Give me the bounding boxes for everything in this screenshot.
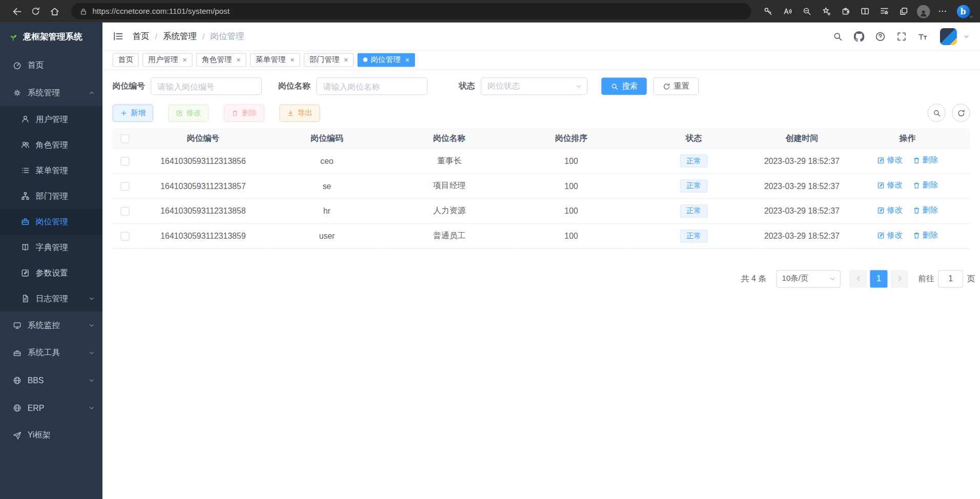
- sidebar-item-param-settings[interactable]: 参数设置: [0, 260, 102, 286]
- breadcrumb-system[interactable]: 系统管理: [163, 31, 197, 42]
- tab-post-management[interactable]: 岗位管理×: [358, 53, 415, 67]
- url-text: https://ccnetcore.com:1101/system/post: [93, 7, 230, 15]
- tab-menu-management[interactable]: 菜单管理×: [250, 53, 300, 67]
- sidebar-item-yi-framework[interactable]: Yi框架: [0, 422, 102, 449]
- browser-menu-button[interactable]: [933, 3, 952, 20]
- tab-role-management[interactable]: 角色管理×: [196, 53, 246, 67]
- sidebar-item-system-management[interactable]: 系统管理: [0, 79, 102, 107]
- tab-home[interactable]: 首页: [113, 53, 139, 67]
- read-aloud-button[interactable]: [778, 3, 797, 20]
- extensions-button[interactable]: [836, 3, 855, 20]
- chevron-down-icon[interactable]: [963, 33, 970, 39]
- sidebar-item-label: 岗位管理: [36, 216, 68, 227]
- search-button[interactable]: 搜索: [601, 77, 647, 95]
- refresh-icon: [31, 6, 41, 16]
- browser-refresh-button[interactable]: [26, 3, 45, 20]
- sidebar-item-dict-management[interactable]: 字典管理: [0, 235, 102, 260]
- close-icon[interactable]: ×: [236, 56, 241, 64]
- row-edit-link[interactable]: 修改: [877, 230, 903, 241]
- help-button[interactable]: [871, 28, 889, 45]
- row-edit-link[interactable]: 修改: [877, 180, 903, 191]
- sidebar-item-system-tools[interactable]: 系统工具: [0, 339, 102, 367]
- globe-icon: [12, 376, 22, 385]
- github-button[interactable]: [850, 28, 867, 45]
- tags-view-bar: 首页 用户管理× 角色管理× 菜单管理× 部门管理× 岗位管理×: [102, 50, 980, 70]
- browser-chrome: https://ccnetcore.com:1101/system/post b: [0, 0, 980, 23]
- goto-page-input[interactable]: [938, 270, 963, 287]
- browser-back-button[interactable]: [8, 3, 27, 20]
- tab-dept-management[interactable]: 部门管理×: [304, 53, 354, 67]
- sidebar-item-post-management[interactable]: 岗位管理: [0, 209, 102, 235]
- browser-home-button[interactable]: [45, 3, 64, 20]
- sidebar-item-dept-management[interactable]: 部门管理: [0, 183, 102, 209]
- add-favorite-button[interactable]: [817, 3, 836, 20]
- breadcrumb-home[interactable]: 首页: [133, 31, 150, 42]
- sidebar-item-erp[interactable]: ERP: [0, 394, 102, 422]
- sidebar-item-role-management[interactable]: 角色管理: [0, 132, 102, 158]
- collections-button[interactable]: [894, 3, 913, 20]
- dictionary-icon: [20, 243, 30, 252]
- refresh-table-button[interactable]: [952, 104, 970, 122]
- sidebar-item-label: 菜单管理: [36, 165, 68, 176]
- close-icon[interactable]: ×: [182, 56, 187, 64]
- close-icon[interactable]: ×: [344, 56, 348, 64]
- row-delete-link[interactable]: 删除: [912, 180, 938, 191]
- status-select[interactable]: 岗位状态: [481, 77, 588, 95]
- collapse-sidebar-button[interactable]: [113, 31, 124, 42]
- sidebar-item-home[interactable]: 首页: [0, 51, 102, 79]
- refresh-icon: [956, 109, 965, 117]
- copilot-button[interactable]: b: [952, 3, 973, 20]
- profile-button[interactable]: [914, 3, 933, 20]
- row-edit-link[interactable]: 修改: [877, 205, 903, 216]
- row-delete-link[interactable]: 删除: [912, 230, 938, 241]
- read-aloud-icon: [782, 6, 793, 16]
- prev-page-button[interactable]: [849, 270, 867, 287]
- edit-icon: [877, 181, 885, 190]
- next-page-button[interactable]: [891, 270, 908, 287]
- sidebar-item-bbs[interactable]: BBS: [0, 366, 102, 394]
- split-screen-button[interactable]: [856, 3, 874, 20]
- favorites-button[interactable]: [875, 3, 894, 20]
- toggle-search-button[interactable]: [928, 104, 946, 122]
- row-checkbox[interactable]: [120, 182, 129, 191]
- export-button[interactable]: 导出: [279, 104, 320, 121]
- reset-button[interactable]: 重置: [653, 77, 699, 95]
- header-actions: [829, 28, 970, 45]
- row-delete-link[interactable]: 删除: [912, 205, 938, 216]
- close-icon[interactable]: ×: [405, 56, 410, 64]
- zoom-button[interactable]: [798, 3, 817, 20]
- select-all-checkbox[interactable]: [120, 134, 129, 143]
- close-icon[interactable]: ×: [290, 56, 295, 64]
- row-checkbox[interactable]: [120, 232, 129, 241]
- header-search-button[interactable]: [829, 28, 846, 45]
- key-icon: [763, 6, 774, 16]
- post-code-input[interactable]: [151, 77, 262, 95]
- page-number-1[interactable]: 1: [870, 270, 887, 287]
- sidebar-item-user-management[interactable]: 用户管理: [0, 106, 102, 132]
- status-label: 状态: [459, 80, 475, 92]
- password-key-button[interactable]: [759, 3, 778, 20]
- row-checkbox[interactable]: [120, 157, 129, 165]
- edit-icon: [877, 206, 885, 215]
- search-icon: [832, 31, 843, 41]
- add-button[interactable]: 新增: [113, 104, 153, 121]
- post-name-input[interactable]: [316, 77, 427, 95]
- sidebar-item-system-monitor[interactable]: 系统监控: [0, 311, 102, 339]
- sidebar-item-label: 系统管理: [28, 87, 60, 98]
- sidebar-item-menu-management[interactable]: 菜单管理: [0, 158, 102, 183]
- row-delete-link[interactable]: 删除: [912, 155, 938, 166]
- row-edit-link[interactable]: 修改: [877, 155, 903, 166]
- sidebar-item-log-management[interactable]: 日志管理: [0, 286, 102, 311]
- globe-icon: [12, 403, 22, 412]
- user-avatar[interactable]: [940, 28, 957, 45]
- trash-icon: [912, 232, 921, 240]
- fullscreen-button[interactable]: [892, 28, 910, 45]
- font-size-button[interactable]: [914, 28, 931, 45]
- sidebar-item-label: 角色管理: [36, 139, 68, 151]
- collections-icon: [899, 6, 909, 16]
- zoom-out-icon: [802, 6, 812, 16]
- page-size-select[interactable]: 10条/页: [776, 270, 841, 287]
- tab-user-management[interactable]: 用户管理×: [142, 53, 193, 67]
- address-bar[interactable]: https://ccnetcore.com:1101/system/post: [71, 3, 751, 19]
- row-checkbox[interactable]: [120, 207, 129, 216]
